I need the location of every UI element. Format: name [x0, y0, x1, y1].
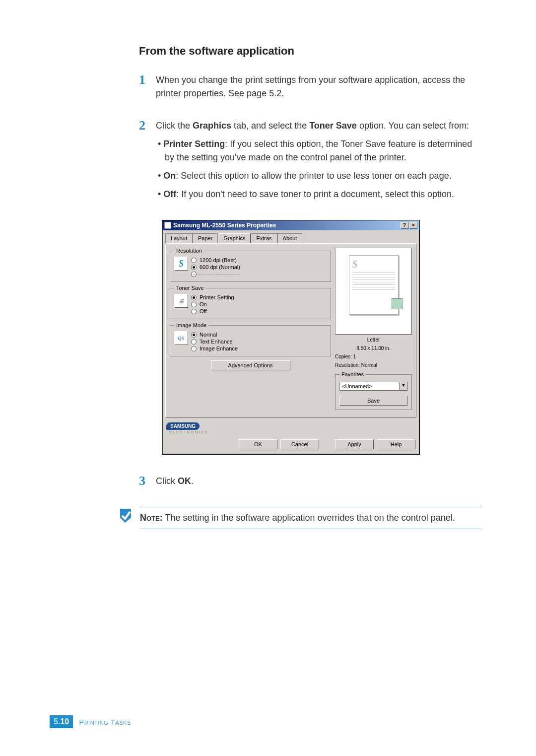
advanced-options-button[interactable]: Advanced Options [211, 360, 290, 370]
label-on: On [200, 301, 207, 307]
page-number-badge: 5.10 [50, 715, 73, 728]
label-text-enhance: Text Enhance [200, 339, 233, 344]
note-label: Note: [140, 513, 163, 523]
toner-save-group: Toner Save 🖨 Printer Setting On Off [170, 285, 331, 319]
page-preview: S [335, 248, 412, 335]
dialog-title: Samsung ML-2550 Series Properties [173, 222, 276, 229]
step-number-3: 3 [139, 475, 156, 493]
step-1-text: When you change the print settings from … [156, 73, 481, 100]
tab-graphics[interactable]: Graphics [218, 233, 251, 243]
note-text: The setting in the software application … [163, 513, 455, 523]
radio-normal[interactable] [191, 332, 197, 338]
radio-on[interactable] [191, 302, 197, 307]
text: tab, and select the [231, 121, 309, 131]
radio-off[interactable] [191, 309, 197, 314]
bullet-off: Off: If you don't need to save toner to … [156, 188, 481, 201]
text: . [191, 476, 194, 486]
label: On [163, 171, 176, 181]
label-off: Off [200, 308, 206, 314]
favorites-legend: Favorites [339, 371, 366, 377]
preview-size: 8.50 x 11.00 in. [335, 345, 412, 351]
cancel-button[interactable]: Cancel [280, 439, 319, 449]
text: option. You can select from: [357, 121, 469, 131]
tab-extras[interactable]: Extras [251, 233, 277, 243]
section-heading: From the software application [139, 45, 481, 58]
bullet-printer-setting: Printer Setting: If you select this opti… [156, 137, 481, 164]
printer-properties-dialog: Samsung ML-2550 Series Properties ? × La… [162, 220, 420, 455]
graphics-ref: Graphics [193, 121, 231, 131]
image-mode-icon: QS [174, 331, 188, 345]
apply-button[interactable]: Apply [335, 439, 374, 449]
text: : Select this option to allow the printe… [176, 171, 451, 181]
label-1200dpi: 1200 dpi (Best) [200, 257, 237, 263]
label: Off [163, 189, 176, 199]
toner-save-icon: 🖨 [174, 294, 188, 308]
help-button-bottom[interactable]: Help [377, 439, 415, 449]
preview-paper: Letter [335, 337, 412, 343]
chapter-number: 5. [54, 717, 60, 726]
text: Click the [156, 121, 193, 131]
preview-copies: Copies: 1 [335, 353, 412, 360]
text: Click [156, 476, 178, 486]
radio-image-enhance[interactable] [191, 346, 197, 351]
footer-title: Printing Tasks [79, 718, 131, 726]
favorites-group: Favorites <Unnamed> ▼ Save [335, 371, 412, 410]
page-footer: 5.10 Printing Tasks [50, 715, 131, 728]
bullet-on: On: Select this option to allow the prin… [156, 169, 481, 183]
page-number: 10 [60, 717, 69, 726]
ok-ref: OK [178, 476, 191, 486]
text: : If you don't need to save toner to pri… [176, 189, 454, 199]
tab-paper[interactable]: Paper [193, 233, 218, 243]
step-2-intro: Click the Graphics tab, and select the T… [156, 119, 481, 133]
image-mode-group: Image Mode QS Normal Text Enhance Image … [170, 322, 331, 356]
resolution-legend: Resolution [174, 248, 204, 254]
electronics-label: ELECTRONICS [169, 430, 415, 434]
samsung-logo: SAMSUNG [166, 422, 200, 430]
resolution-group: Resolution S 1200 dpi (Best) 600 dpi (No… [170, 248, 331, 282]
note-box: Note: The setting in the software applic… [140, 507, 481, 529]
close-button[interactable]: × [409, 222, 417, 229]
step-number-1: 1 [139, 73, 156, 105]
page-orientation-icon [392, 298, 402, 309]
step-3-text: Click OK. [156, 475, 194, 488]
radio-1200dpi[interactable] [191, 258, 197, 263]
help-button[interactable]: ? [401, 222, 408, 229]
note-icon [117, 507, 135, 525]
toner-save-ref: Toner Save [309, 121, 357, 131]
tab-layout[interactable]: Layout [165, 233, 193, 243]
favorites-save-button[interactable]: Save [339, 396, 407, 406]
printer-icon [164, 222, 171, 229]
label-printer-setting: Printer Setting [200, 294, 234, 300]
label-normal: Normal [200, 332, 217, 338]
favorites-dropdown-icon[interactable]: ▼ [400, 382, 407, 391]
radio-300dpi[interactable] [191, 272, 197, 277]
label-600dpi: 600 dpi (Normal) [200, 264, 240, 270]
resolution-icon: S [174, 257, 188, 271]
preview-resolution: Resolution: Normal [335, 362, 412, 368]
toner-save-legend: Toner Save [174, 285, 206, 291]
tab-about[interactable]: About [277, 233, 303, 243]
ok-button[interactable]: OK [239, 439, 277, 449]
dialog-titlebar[interactable]: Samsung ML-2550 Series Properties ? × [162, 220, 419, 230]
label-image-enhance: Image Enhance [200, 345, 238, 351]
label: Printer Setting [163, 139, 225, 149]
radio-600dpi[interactable] [191, 265, 197, 270]
radio-text-enhance[interactable] [191, 339, 197, 344]
radio-printer-setting[interactable] [191, 295, 197, 300]
step-number-2: 2 [139, 119, 156, 206]
image-mode-legend: Image Mode [174, 322, 208, 328]
favorites-field[interactable]: <Unnamed> [339, 382, 400, 391]
